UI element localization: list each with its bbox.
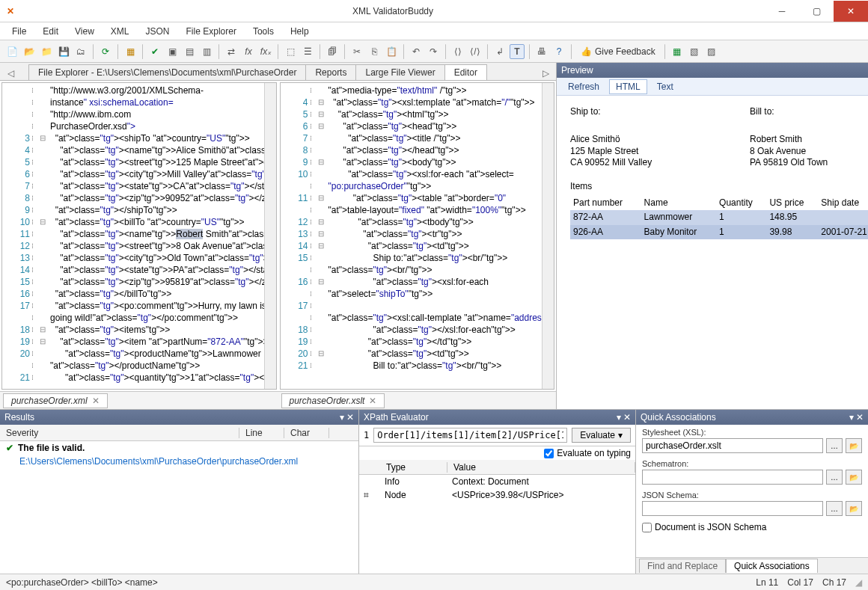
- transform-icon[interactable]: ⇄: [224, 44, 239, 59]
- status-bar: <po:purchaseOrder> <billTo> <name> Ln 11…: [0, 574, 868, 590]
- file-tab-right[interactable]: purchaseOrder.xslt ✕: [281, 393, 385, 408]
- separator-icon: [278, 44, 278, 59]
- doc-is-json-schema-checkbox[interactable]: [642, 523, 652, 532]
- validate-icon[interactable]: ✔: [147, 44, 162, 59]
- close-tab-icon[interactable]: ✕: [369, 396, 376, 406]
- tab-file-explorer[interactable]: File Explorer - E:\Users\Clemens\Documen…: [28, 64, 306, 80]
- status-col: Col 17: [787, 577, 813, 588]
- xpath-input[interactable]: [373, 428, 567, 443]
- menu-edit[interactable]: Edit: [35, 24, 66, 39]
- menu-tools[interactable]: Tools: [245, 24, 281, 39]
- close-tab-icon[interactable]: ✕: [92, 396, 100, 406]
- schematron-input[interactable]: [642, 470, 823, 485]
- tabstrip-prev-icon[interactable]: ◁: [4, 67, 16, 80]
- new-file-icon[interactable]: 📄: [4, 44, 19, 59]
- menu-json[interactable]: JSON: [138, 24, 177, 39]
- tab-reports[interactable]: Reports: [305, 64, 356, 80]
- json-schema-label: JSON Schema:: [642, 491, 862, 500]
- minimize-button[interactable]: ─: [765, 1, 799, 22]
- xsl-label: Stylesheet (XSL):: [642, 428, 862, 437]
- editor-right[interactable]: ⁞"at">media-type="text/html" /"tg">>4 ⁞⊟…: [280, 82, 555, 390]
- browse-button[interactable]: …: [826, 501, 843, 516]
- document-tabstrip: ◁ File Explorer - E:\Users\Clemens\Docum…: [0, 63, 556, 81]
- xslt-icon[interactable]: fxₓ: [258, 44, 273, 59]
- paste-icon[interactable]: 📋: [384, 44, 399, 59]
- evaluate-button[interactable]: Evaluate▾: [572, 428, 631, 443]
- tab-large-viewer[interactable]: Large File Viewer: [355, 64, 444, 80]
- feedback-button[interactable]: 👍Give Feedback: [576, 44, 660, 59]
- preview-refresh-button[interactable]: Refresh: [561, 79, 606, 94]
- separator-icon: [571, 44, 572, 59]
- scrollbar[interactable]: [264, 83, 276, 389]
- json-schema-input[interactable]: [642, 501, 823, 516]
- chevron-down-icon: ▾: [618, 430, 623, 440]
- evaluate-on-typing-checkbox[interactable]: [544, 449, 554, 458]
- cut-icon[interactable]: ✂: [349, 44, 364, 59]
- tab-editor[interactable]: Editor: [444, 64, 487, 80]
- open-folder-icon[interactable]: 📂: [846, 470, 862, 485]
- redo-icon[interactable]: ↷: [426, 44, 441, 59]
- menu-file[interactable]: File: [4, 24, 34, 39]
- wellformed-icon[interactable]: ▣: [165, 44, 180, 59]
- preview-html-tab[interactable]: HTML: [609, 79, 647, 94]
- comment-icon[interactable]: ⟨⟩: [450, 44, 465, 59]
- resize-grip-icon[interactable]: ◢: [855, 577, 862, 588]
- toolbar: 📄 📂 📁 💾 🗂 ⟳ ▦ ✔ ▣ ▤ ▥ ⇄ fx fxₓ ⬚ ☰ 🗐 ✂ ⎘…: [0, 40, 868, 63]
- pin-icon[interactable]: ▾: [849, 412, 854, 422]
- panel1-icon[interactable]: ▦: [670, 44, 685, 59]
- preview-text-tab[interactable]: Text: [650, 79, 680, 94]
- scrollbar[interactable]: [542, 83, 554, 389]
- text-mode-icon[interactable]: T: [510, 44, 525, 59]
- menu-xml[interactable]: XML: [103, 24, 137, 39]
- menu-file-explorer[interactable]: File Explorer: [179, 24, 244, 39]
- uncomment-icon[interactable]: ⟨/⟩: [468, 44, 483, 59]
- panel-close-icon[interactable]: ✕: [346, 412, 354, 422]
- wrap-icon[interactable]: ↲: [492, 44, 507, 59]
- batch-validate-icon[interactable]: ▥: [199, 44, 214, 59]
- panel-close-icon[interactable]: ✕: [623, 412, 631, 422]
- separator-icon: [529, 44, 530, 59]
- xpath-result-row: Info Context: Document: [359, 475, 635, 488]
- help-icon[interactable]: ?: [551, 44, 566, 59]
- result-file-link[interactable]: E:\Users\Clemens\Documents\xml\PurchaseO…: [0, 455, 358, 468]
- copy-doc-icon[interactable]: 🗐: [325, 44, 340, 59]
- refresh-icon[interactable]: ⟳: [98, 44, 113, 59]
- open-recent-icon[interactable]: 📁: [39, 44, 54, 59]
- undo-icon[interactable]: ↶: [409, 44, 424, 59]
- xsl-icon[interactable]: ▦: [123, 44, 138, 59]
- copy-icon[interactable]: ⎘: [367, 44, 382, 59]
- outline-icon[interactable]: ☰: [300, 44, 315, 59]
- preview-toolbar: Refresh HTML Text: [557, 78, 868, 96]
- panel2-icon[interactable]: ▧: [687, 44, 702, 59]
- xsl-input[interactable]: [642, 438, 823, 453]
- format-icon[interactable]: ⬚: [283, 44, 298, 59]
- menu-help[interactable]: Help: [283, 24, 317, 39]
- save-all-icon[interactable]: 🗂: [73, 44, 88, 59]
- open-folder-icon[interactable]: 📂: [846, 438, 862, 453]
- panel3-icon[interactable]: ▨: [704, 44, 719, 59]
- panel-close-icon[interactable]: ✕: [856, 412, 864, 422]
- close-button[interactable]: ✕: [834, 1, 868, 22]
- separator-icon: [117, 44, 118, 59]
- separator-icon: [218, 44, 219, 59]
- preview-panel-header: Preview ▾ ✕: [557, 63, 868, 78]
- file-tab-left[interactable]: purchaseOrder.xml ✕: [3, 393, 108, 408]
- title-bar: ✕ XML ValidatorBuddy ─ ▢ ✕: [0, 0, 868, 22]
- menu-view[interactable]: View: [67, 24, 102, 39]
- window-title: XML ValidatorBuddy: [21, 6, 765, 16]
- open-file-icon[interactable]: 📂: [22, 44, 37, 59]
- browse-button[interactable]: …: [826, 438, 843, 453]
- pin-icon[interactable]: ▾: [617, 412, 621, 422]
- print-icon[interactable]: 🖶: [534, 44, 549, 59]
- validate-schema-icon[interactable]: ▤: [182, 44, 197, 59]
- pin-icon[interactable]: ▾: [340, 412, 344, 422]
- tab-find-replace[interactable]: Find and Replace: [639, 559, 726, 573]
- tab-quick-assoc[interactable]: Quick Associations: [726, 559, 818, 573]
- open-folder-icon[interactable]: 📂: [846, 501, 862, 516]
- maximize-button[interactable]: ▢: [799, 1, 834, 22]
- tabstrip-next-icon[interactable]: ▷: [540, 67, 551, 80]
- browse-button[interactable]: …: [826, 470, 843, 485]
- editor-left[interactable]: ⁞"http://www.w3.org/2001/XMLSchema- ⁞ins…: [1, 82, 277, 390]
- save-icon[interactable]: 💾: [56, 44, 71, 59]
- xpath-icon[interactable]: fx: [241, 44, 256, 59]
